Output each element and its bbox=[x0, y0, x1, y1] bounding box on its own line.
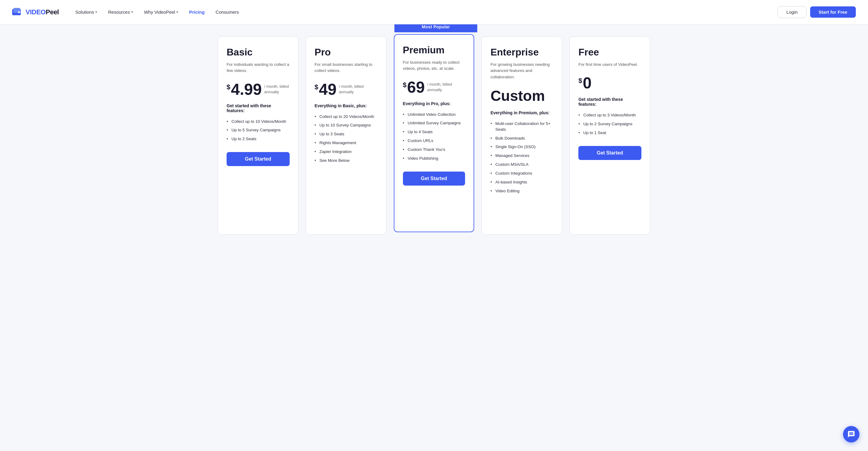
get-started-basic-button[interactable]: Get Started bbox=[226, 152, 290, 166]
chevron-down-icon: ▾ bbox=[131, 10, 133, 14]
features-list-premium: Unlimited Video Collection Unlimited Sur… bbox=[403, 110, 465, 163]
features-list-free: Collect up to 3 Videos/Month Up to 2 Sur… bbox=[578, 111, 642, 138]
price-dollar-free: $ bbox=[578, 77, 582, 85]
price-amount-free: 0 bbox=[583, 75, 591, 91]
nav-links: Solutions ▾ Resources ▾ Why VideoPeel ▾ … bbox=[71, 7, 778, 17]
features-heading-free: Get started with these features: bbox=[578, 97, 642, 107]
pricing-grid: Most Popular Basic For individuals wanti… bbox=[218, 36, 650, 235]
start-for-free-button[interactable]: Start for Free bbox=[810, 6, 856, 18]
plan-title-pro: Pro bbox=[315, 47, 378, 58]
list-item: Video Editing bbox=[490, 187, 553, 196]
plan-basic: Basic For individuals wanting to collect… bbox=[218, 36, 299, 235]
plan-enterprise: Enterprise For growing businesses needin… bbox=[482, 36, 562, 235]
list-item: Up to 10 Survey Campaigns bbox=[315, 121, 378, 130]
list-item: Up to 2 Survey Campaigns bbox=[578, 120, 642, 129]
nav-solutions[interactable]: Solutions ▾ bbox=[71, 7, 101, 17]
list-item: See More Below bbox=[315, 156, 378, 165]
plan-title-premium: Premium bbox=[403, 44, 465, 56]
list-item: Up to 3 Seats bbox=[315, 130, 378, 139]
features-heading-pro: Everything in Basic, plus: bbox=[315, 103, 378, 108]
price-custom-enterprise: Custom bbox=[490, 87, 553, 104]
login-button[interactable]: Login bbox=[778, 6, 806, 18]
plan-desc-basic: For individuals wanting to collect a few… bbox=[226, 62, 290, 74]
list-item: Up to 2 Seats bbox=[226, 135, 290, 144]
plan-price-premium: $ 69 / month, billed annually bbox=[403, 79, 465, 95]
list-item: Custom Integrations bbox=[490, 169, 553, 178]
features-heading-enterprise: Everything in Premium, plus: bbox=[490, 110, 553, 115]
get-started-free-button[interactable]: Get Started bbox=[578, 146, 642, 160]
plan-desc-premium: For businesses ready to collect videos, … bbox=[403, 59, 465, 72]
list-item: Collect up to 3 Videos/Month bbox=[578, 111, 642, 120]
logo-text: VIDEOPeel bbox=[26, 8, 59, 16]
plan-premium: Premium For businesses ready to collect … bbox=[394, 34, 474, 232]
plan-price-basic: $ 4.99 / month, billed annually bbox=[226, 81, 290, 97]
list-item: Collect up to 10 Videos/Month bbox=[226, 117, 290, 126]
list-item: Up to 4 Seats bbox=[403, 128, 465, 137]
plan-title-free: Free bbox=[578, 47, 642, 58]
features-heading-premium: Everything in Pro, plus: bbox=[403, 101, 465, 106]
logo[interactable]: VIDEOPeel bbox=[12, 7, 59, 17]
list-item: Zapier Integration bbox=[315, 148, 378, 156]
features-list-basic: Collect up to 10 Videos/Month Up to 5 Su… bbox=[226, 117, 290, 144]
list-item: Custom Thank You's bbox=[403, 145, 465, 154]
nav-pricing[interactable]: Pricing bbox=[185, 7, 209, 17]
navbar: VIDEOPeel Solutions ▾ Resources ▾ Why Vi… bbox=[0, 0, 868, 24]
price-period-premium: / month, billed annually bbox=[427, 82, 465, 93]
list-item: Up to 1 Seat bbox=[578, 129, 642, 138]
price-amount-premium: 69 bbox=[407, 79, 425, 95]
plan-free: Free For first time users of VideoPeel. … bbox=[569, 36, 650, 235]
plan-desc-free: For first time users of VideoPeel. bbox=[578, 62, 642, 68]
nav-why-videopeel[interactable]: Why VideoPeel ▾ bbox=[140, 7, 182, 17]
plan-price-pro: $ 49 / month, billed annually bbox=[315, 81, 378, 97]
plan-title-enterprise: Enterprise bbox=[490, 47, 553, 58]
list-item: Collect up to 20 Videos/Month bbox=[315, 113, 378, 121]
get-started-premium-button[interactable]: Get Started bbox=[403, 172, 465, 186]
plan-title-basic: Basic bbox=[226, 47, 290, 58]
list-item: Custom URLs bbox=[403, 137, 465, 145]
list-item: Unlimited Survey Campaigns bbox=[403, 119, 465, 128]
list-item: Multi-user Collaboration for 5+ Seats bbox=[490, 119, 553, 134]
plan-desc-enterprise: For growing businesses needing advanced … bbox=[490, 62, 553, 80]
features-list-pro: Collect up to 20 Videos/Month Up to 10 S… bbox=[315, 113, 378, 165]
list-item: Bulk Downloads bbox=[490, 134, 553, 143]
plan-desc-pro: For small businesses starting to collect… bbox=[315, 62, 378, 74]
plan-price-free: $ 0 bbox=[578, 75, 642, 91]
logo-icon bbox=[12, 7, 24, 17]
list-item: Up to 5 Survey Campaigns bbox=[226, 126, 290, 135]
price-amount-pro: 49 bbox=[319, 81, 337, 97]
list-item: AI-based Insights bbox=[490, 178, 553, 187]
chevron-down-icon: ▾ bbox=[176, 10, 178, 14]
price-dollar-pro: $ bbox=[315, 83, 318, 91]
list-item: Rights Management bbox=[315, 139, 378, 148]
price-period-pro: / month, billed annually bbox=[339, 84, 378, 95]
chevron-down-icon: ▾ bbox=[95, 10, 97, 14]
features-list-enterprise: Multi-user Collaboration for 5+ Seats Bu… bbox=[490, 119, 553, 196]
main-content: Most Popular Basic For individuals wanti… bbox=[206, 24, 662, 253]
list-item: Unlimited Video Collection bbox=[403, 110, 465, 119]
plan-pro: Pro For small businesses starting to col… bbox=[306, 36, 386, 235]
price-dollar-premium: $ bbox=[403, 81, 407, 89]
price-dollar-basic: $ bbox=[226, 83, 230, 91]
list-item: Managed Services bbox=[490, 151, 553, 160]
price-amount-basic: 4.99 bbox=[231, 81, 261, 97]
list-item: Single Sign-On (SSO) bbox=[490, 143, 553, 151]
price-period-basic: / month, billed annually bbox=[264, 84, 289, 95]
list-item: Custom MSA/SLA bbox=[490, 160, 553, 169]
features-heading-basic: Get started with these features: bbox=[226, 103, 290, 113]
nav-actions: Login Start for Free bbox=[778, 6, 856, 18]
nav-resources[interactable]: Resources ▾ bbox=[104, 7, 137, 17]
nav-consumers[interactable]: Consumers bbox=[211, 7, 243, 17]
list-item: Video Publishing bbox=[403, 154, 465, 163]
